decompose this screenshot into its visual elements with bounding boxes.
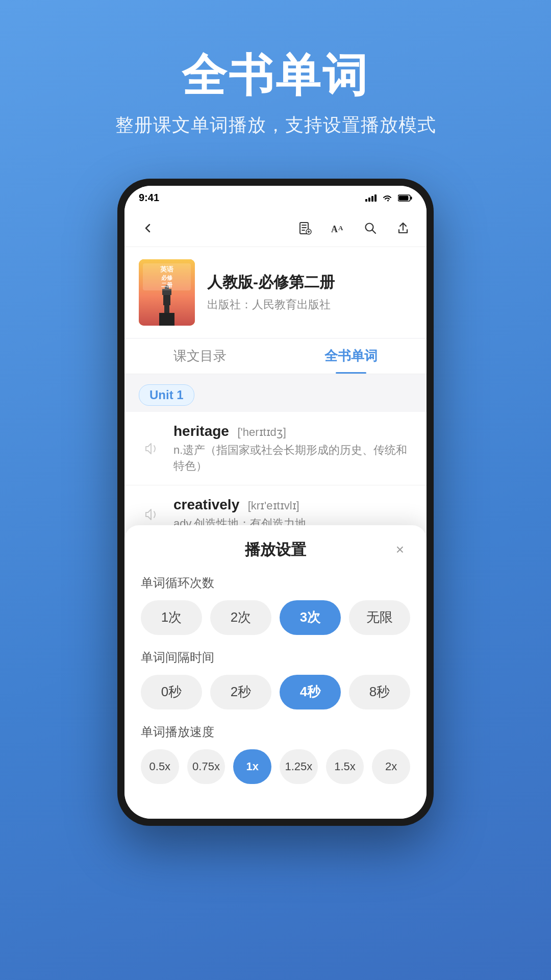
word-list: heritage ['herɪtɪdʒ] n.遗产（指国家或社会长期形成的历史、… [124,412,427,544]
phone-wrapper: 9:41 [0,168,551,826]
word-content-1: heritage ['herɪtɪdʒ] n.遗产（指国家或社会长期形成的历史、… [173,423,412,474]
tabs-row: 课文目录 全书单词 [124,339,427,374]
loop-count-options: 1次 2次 3次 无限 [141,600,410,635]
word-phonetic-1: ['herɪtɪdʒ] [237,426,286,438]
svg-text:A: A [338,224,343,232]
word-chinese-1: n.遗产（指国家或社会长期形成的历史、传统和特色） [173,443,412,474]
page-title: 全书单词 [0,51,551,101]
status-time: 9:41 [139,192,159,204]
interval-8-button[interactable]: 8秒 [349,675,410,709]
unit-badge: Unit 1 [139,384,194,406]
font-size-icon[interactable]: A A [327,217,349,239]
interval-options: 0秒 2秒 4秒 8秒 [141,675,410,709]
speed-options: 0.5x 0.75x 1x 1.25x 1.5x 2x [141,749,410,784]
book-details: 人教版-必修第二册 出版社：人民教育出版社 [207,272,412,312]
book-info: 英语 必修 二册 人教版-必修第二册 出版社：人民教育出版社 [124,247,427,338]
speed-2-button[interactable]: 2x [372,749,410,784]
share-icon[interactable] [392,217,414,239]
tab-catalog[interactable]: 课文目录 [124,339,276,374]
battery-icon [398,194,412,202]
phone-screen: 9:41 [124,186,427,819]
speed-0-75-button[interactable]: 0.75x [187,749,226,784]
status-bar: 9:41 [124,186,427,210]
tab-words[interactable]: 全书单词 [276,339,427,374]
loop-1-button[interactable]: 1次 [141,600,202,635]
book-publisher: 出版社：人民教育出版社 [207,297,412,312]
settings-panel: 播放设置 × 单词循环次数 1次 2次 3次 无限 [124,525,427,819]
page-subtitle: 整册课文单词播放，支持设置播放模式 [0,113,551,138]
speed-section: 单词播放速度 0.5x 0.75x 1x 1.25x 1.5x 2x [141,724,410,784]
speaker-icon-2[interactable] [139,502,163,527]
signal-icon [365,194,377,202]
status-icons [365,194,412,202]
unit-badge-row: Unit 1 [124,374,427,411]
svg-rect-1 [411,197,412,200]
svg-rect-13 [159,313,174,326]
settings-title: 播放设置 [245,540,306,560]
speed-label: 单词播放速度 [141,724,410,740]
svg-text:A: A [331,224,338,234]
loop-count-section: 单词循环次数 1次 2次 3次 无限 [141,575,410,635]
clip-icon[interactable] [294,217,316,239]
interval-section: 单词间隔时间 0秒 2秒 4秒 8秒 [141,649,410,709]
speed-1-button[interactable]: 1x [233,749,271,784]
bigben-illustration [154,285,180,326]
settings-header: 播放设置 × [141,540,410,560]
book-label-text: 英语 [146,265,188,274]
svg-rect-2 [399,195,409,200]
speed-1-25-button[interactable]: 1.25x [280,749,318,784]
word-english-2: creatively [173,497,239,512]
back-button[interactable] [137,217,159,239]
loop-unlimited-button[interactable]: 无限 [349,600,410,635]
loop-2-button[interactable]: 2次 [210,600,271,635]
wifi-icon [382,194,393,202]
book-title: 人教版-必修第二册 [207,272,412,292]
interval-0-button[interactable]: 0秒 [141,675,202,709]
interval-2-button[interactable]: 2秒 [210,675,271,709]
word-english-1: heritage [173,423,229,439]
svg-rect-9 [163,295,170,305]
close-settings-button[interactable]: × [390,540,410,560]
loop-3-button[interactable]: 3次 [280,600,341,635]
phone-shell: 9:41 [117,179,434,826]
book-cover: 英语 必修 二册 [139,259,195,326]
speaker-icon-1[interactable] [139,436,163,461]
loop-count-label: 单词循环次数 [141,575,410,591]
interval-4-button[interactable]: 4秒 [280,675,341,709]
speed-1-5-button[interactable]: 1.5x [326,749,364,784]
word-item-heritage: heritage ['herɪtɪdʒ] n.遗产（指国家或社会长期形成的历史、… [124,412,427,486]
interval-label: 单词间隔时间 [141,649,410,666]
top-nav: A A [124,210,427,247]
search-icon[interactable] [359,217,382,239]
header-area: 全书单词 整册课文单词播放，支持设置播放模式 [0,0,551,168]
word-phonetic-2: [krɪ'eɪtɪvlɪ] [248,499,299,512]
nav-actions: A A [294,217,414,239]
speed-0-5-button[interactable]: 0.5x [141,749,179,784]
